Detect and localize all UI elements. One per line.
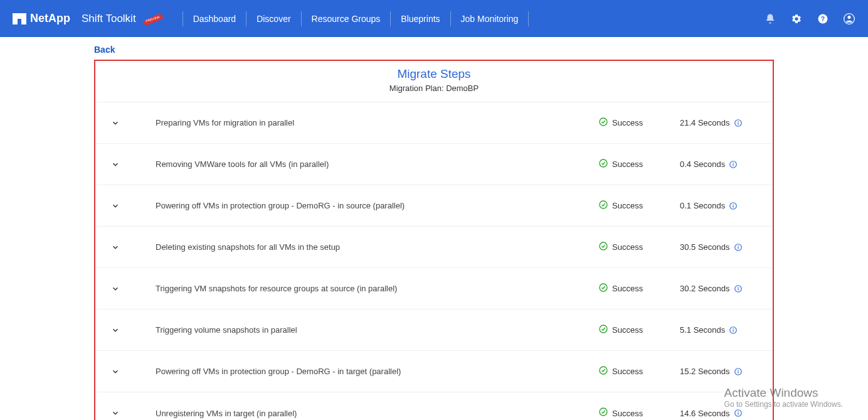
bell-icon[interactable]	[764, 13, 776, 25]
steps-list: Preparing VMs for migration in parallelS…	[95, 102, 773, 420]
product-name: Shift Toolkit	[82, 13, 136, 25]
nav-divider	[390, 11, 391, 26]
duration-value: 30.5 Seconds	[680, 242, 730, 252]
info-icon[interactable]	[734, 119, 743, 127]
info-icon[interactable]	[729, 326, 738, 335]
svg-point-8	[738, 121, 739, 122]
step-row: Deleting existing snapshots for all VMs …	[95, 227, 773, 268]
gear-icon[interactable]	[790, 13, 803, 25]
step-description: Preparing VMs for migration in parallel	[124, 118, 598, 127]
chevron-down-icon[interactable]	[107, 367, 124, 376]
chevron-down-icon[interactable]	[107, 202, 124, 210]
svg-point-5	[848, 16, 851, 19]
svg-point-32	[738, 369, 739, 370]
step-status: Success	[598, 117, 680, 129]
duration-value: 21.4 Seconds	[680, 118, 730, 127]
step-duration: 14.6 Seconds	[680, 409, 761, 418]
svg-point-12	[733, 162, 734, 163]
back-link[interactable]: Back	[0, 37, 115, 60]
info-icon[interactable]	[734, 284, 743, 293]
svg-rect-37	[738, 412, 738, 415]
step-duration: 30.5 Seconds	[680, 242, 761, 252]
nav-blueprints[interactable]: Blueprints	[400, 11, 441, 26]
svg-point-22	[600, 284, 607, 291]
duration-value: 5.1 Seconds	[680, 325, 725, 335]
status-label: Success	[612, 242, 643, 252]
step-duration: 21.4 Seconds	[680, 118, 761, 127]
brand-logo: NetApp	[13, 12, 70, 25]
chevron-down-icon[interactable]	[107, 119, 124, 127]
step-status: Success	[598, 241, 680, 254]
info-icon[interactable]	[734, 409, 743, 417]
panel-title: Migrate Steps	[95, 61, 773, 83]
svg-point-34	[600, 408, 607, 416]
chevron-down-icon[interactable]	[107, 284, 124, 293]
status-label: Success	[612, 159, 643, 169]
help-icon[interactable]: ?	[817, 13, 829, 25]
step-status: Success	[598, 407, 680, 419]
duration-value: 15.2 Seconds	[680, 367, 730, 376]
step-duration: 0.1 Seconds	[680, 201, 761, 210]
nav-dashboard[interactable]: Dashboard	[192, 11, 238, 26]
step-description: Triggering volume snapshots in parallel	[124, 325, 598, 335]
svg-rect-9	[738, 122, 738, 125]
svg-rect-29	[733, 330, 734, 332]
info-icon[interactable]	[734, 367, 743, 376]
svg-rect-33	[738, 371, 738, 374]
duration-value: 0.1 Seconds	[680, 201, 725, 210]
panel-subtitle: Migration Plan: DemoBP	[95, 83, 773, 102]
nav-discover[interactable]: Discover	[255, 11, 292, 26]
success-check-icon	[598, 241, 608, 254]
nav-job-monitoring[interactable]: Job Monitoring	[460, 11, 520, 26]
step-row: Powering off VMs in protection group - D…	[95, 185, 773, 227]
status-label: Success	[612, 409, 643, 418]
nav-divider	[450, 11, 451, 26]
svg-point-18	[600, 242, 607, 250]
chevron-down-icon[interactable]	[107, 160, 124, 169]
info-icon[interactable]	[729, 202, 738, 210]
nav-divider	[301, 11, 302, 26]
duration-value: 14.6 Seconds	[680, 409, 730, 418]
header-actions: ?	[764, 13, 855, 25]
status-label: Success	[612, 367, 643, 376]
svg-point-20	[738, 245, 739, 246]
svg-point-36	[738, 411, 739, 412]
brand-name: NetApp	[30, 12, 70, 25]
success-check-icon	[598, 407, 608, 419]
step-row: Preparing VMs for migration in parallelS…	[95, 102, 773, 144]
chevron-down-icon[interactable]	[107, 326, 124, 335]
step-description: Triggering VM snapshots for resource gro…	[124, 284, 598, 293]
info-icon[interactable]	[734, 243, 743, 252]
step-status: Success	[598, 158, 680, 171]
svg-rect-17	[733, 205, 734, 208]
step-status: Success	[598, 200, 680, 212]
success-check-icon	[598, 283, 608, 295]
user-icon[interactable]	[843, 13, 855, 25]
step-description: Unregistering VMs in target (in parallel…	[124, 409, 598, 418]
step-duration: 30.2 Seconds	[680, 284, 761, 293]
step-duration: 0.4 Seconds	[680, 159, 761, 169]
svg-point-10	[600, 159, 607, 167]
step-row: Unregistering VMs in target (in parallel…	[95, 392, 773, 420]
nav-divider	[183, 11, 183, 26]
step-row: Triggering VM snapshots for resource gro…	[95, 268, 773, 310]
preview-badge: PREVIEW	[141, 12, 165, 26]
app-header: NetApp Shift Toolkit PREVIEW Dashboard D…	[0, 0, 868, 37]
svg-point-14	[600, 201, 607, 208]
success-check-icon	[598, 200, 608, 212]
page-content: Back Migrate Steps Migration Plan: DemoB…	[0, 37, 868, 420]
svg-rect-21	[738, 247, 738, 249]
step-row: Triggering volume snapshots in parallelS…	[95, 310, 773, 351]
step-description: Removing VMWare tools for all VMs (in pa…	[124, 159, 598, 169]
nav-resource-groups[interactable]: Resource Groups	[310, 11, 382, 26]
svg-point-16	[733, 203, 734, 205]
info-icon[interactable]	[729, 160, 738, 169]
step-duration: 5.1 Seconds	[680, 325, 761, 335]
success-check-icon	[598, 365, 608, 378]
step-status: Success	[598, 365, 680, 378]
step-duration: 15.2 Seconds	[680, 367, 761, 376]
chevron-down-icon[interactable]	[107, 243, 124, 252]
success-check-icon	[598, 117, 608, 129]
svg-point-26	[600, 325, 607, 333]
chevron-down-icon[interactable]	[107, 409, 124, 417]
